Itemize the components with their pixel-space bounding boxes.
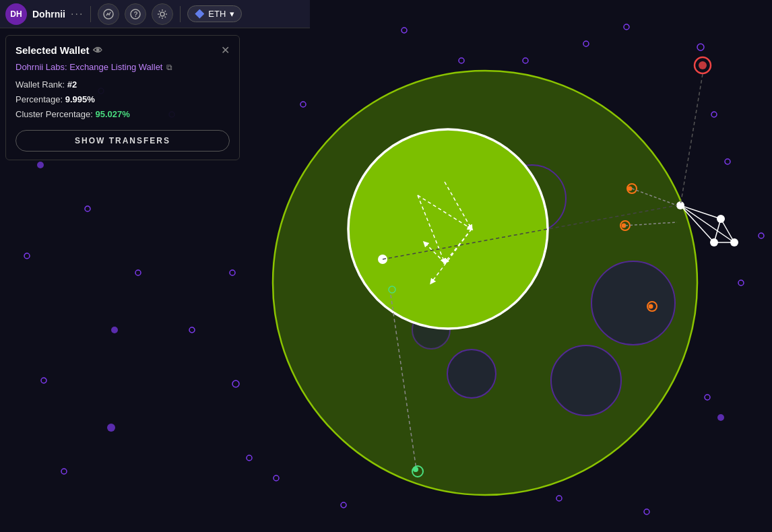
scatter-dot xyxy=(135,270,141,275)
panel-title-row: Selected Wallet 👁 xyxy=(15,44,102,56)
scatter-dot xyxy=(107,424,115,432)
orange-node-3-fill xyxy=(649,304,653,309)
panel-title-text: Selected Wallet xyxy=(15,44,89,56)
percentage-row: Percentage: 9.995% xyxy=(15,92,230,107)
svg-text:?: ? xyxy=(134,11,138,18)
wallet-name-row: Dohrnii Labs: Exchange Listing Wallet ⧉ xyxy=(15,62,230,72)
red-node-fill xyxy=(699,61,707,69)
app-logo: DH xyxy=(5,3,27,25)
nav-divider-2 xyxy=(180,6,181,22)
settings-icon xyxy=(157,9,168,20)
cluster-row: Cluster Percentage: 95.027% xyxy=(15,107,230,122)
eth-icon xyxy=(195,9,204,19)
navbar: DH Dohrnii ··· ? ETH ▾ xyxy=(0,0,310,28)
scatter-dot xyxy=(111,327,118,333)
help-icon: ? xyxy=(130,9,141,20)
app-title: Dohrnii xyxy=(32,9,65,20)
cluster-line xyxy=(721,219,734,242)
scatter-dot xyxy=(37,162,44,168)
scatter-dot xyxy=(341,502,346,508)
scatter-dot xyxy=(459,58,464,63)
panel-header: Selected Wallet 👁 ✕ xyxy=(15,44,230,57)
orange-node-1-fill xyxy=(628,187,633,191)
scatter-dot xyxy=(232,380,239,387)
scatter-dot xyxy=(401,28,407,33)
wallet-rank-value: #2 xyxy=(67,79,77,90)
purple-circle-3 xyxy=(551,345,621,415)
chart-icon-btn[interactable] xyxy=(98,3,119,25)
show-transfers-button[interactable]: SHOW TRANSFERS xyxy=(15,130,230,152)
help-icon-btn[interactable]: ? xyxy=(125,3,146,25)
purple-circle-4 xyxy=(447,350,496,398)
scatter-dot xyxy=(85,206,90,211)
eth-network-btn[interactable]: ETH ▾ xyxy=(187,5,242,22)
percentage-value: 9.995% xyxy=(65,94,95,104)
scatter-dot xyxy=(230,270,235,275)
scatter-dot xyxy=(717,414,724,421)
scatter-dot xyxy=(189,327,195,333)
inner-wallet-circle[interactable] xyxy=(348,129,548,329)
scatter-dot xyxy=(24,253,30,259)
scatter-dot xyxy=(738,280,744,286)
wallet-rank-row: Wallet Rank: #2 xyxy=(15,77,230,92)
settings-icon-btn[interactable] xyxy=(152,3,173,25)
eth-chevron: ▾ xyxy=(230,9,234,19)
purple-circle-2 xyxy=(591,261,675,345)
visibility-icon[interactable]: 👁 xyxy=(93,45,102,56)
wallet-name-text: Dohrnii Labs: Exchange Listing Wallet xyxy=(15,62,162,72)
red-connection xyxy=(680,74,703,205)
scatter-dot xyxy=(705,395,710,400)
scatter-dot xyxy=(556,496,562,501)
scatter-dot xyxy=(711,112,717,117)
right-node-2[interactable] xyxy=(717,215,725,223)
scatter-dot xyxy=(624,24,629,30)
nav-divider xyxy=(90,6,91,22)
eth-label: ETH xyxy=(208,9,226,19)
scatter-dot xyxy=(725,159,730,164)
scatter-dot xyxy=(523,58,528,63)
close-panel-icon[interactable]: ✕ xyxy=(221,44,230,57)
right-node-3[interactable] xyxy=(730,238,738,246)
chart-icon xyxy=(103,9,114,20)
scatter-dot xyxy=(61,469,67,474)
scatter-dot xyxy=(644,509,649,514)
wallet-panel: Selected Wallet 👁 ✕ Dohrnii Labs: Exchan… xyxy=(5,35,240,160)
scatter-dot xyxy=(300,102,306,107)
svg-point-3 xyxy=(160,12,164,16)
copy-icon[interactable]: ⧉ xyxy=(166,63,172,72)
scatter-dot xyxy=(41,378,46,383)
right-node-4[interactable] xyxy=(710,238,718,246)
scatter-dot xyxy=(247,455,252,461)
scatter-dot xyxy=(697,44,704,51)
cluster-value: 95.027% xyxy=(96,109,130,119)
wallet-info: Wallet Rank: #2 Percentage: 9.995% Clust… xyxy=(15,77,230,122)
nav-menu-dots[interactable]: ··· xyxy=(71,8,84,20)
scatter-dot xyxy=(759,233,764,238)
scatter-dot xyxy=(583,41,589,46)
scatter-dot xyxy=(274,475,279,481)
bottom-node-inner xyxy=(413,467,418,472)
